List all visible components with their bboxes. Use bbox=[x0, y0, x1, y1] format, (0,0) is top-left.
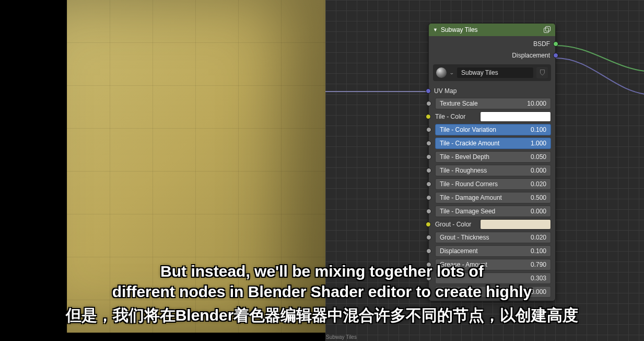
node-title: Subway Tiles bbox=[441, 26, 478, 33]
param-value: 0.100 bbox=[531, 247, 546, 255]
footer-material-name: Subway Tiles bbox=[326, 334, 357, 340]
param-label: Grease - Amount bbox=[440, 261, 487, 268]
param-label: Tile - Color Variation bbox=[440, 126, 496, 133]
bsdf-socket[interactable] bbox=[553, 41, 558, 47]
param-tile-crackle-amount: Tile - Crackle Amount 1.000 bbox=[429, 137, 555, 150]
tile-roughness-field[interactable]: Tile - Roughness 0.000 bbox=[435, 165, 551, 176]
param-value: 1.000 bbox=[531, 140, 546, 147]
param-label: Grout - Color bbox=[435, 221, 476, 228]
grease-amount-field[interactable]: Grease - Amount 0.790 bbox=[435, 259, 551, 270]
chevron-down-icon[interactable]: ⌄ bbox=[449, 70, 454, 75]
param-value: 0.303 bbox=[531, 275, 546, 282]
node-wire-input bbox=[325, 89, 428, 94]
param-displacement: Displacement 0.100 bbox=[429, 244, 555, 258]
grout-thickness-field[interactable]: Grout - Thickness 0.020 bbox=[435, 232, 551, 243]
tile-round-corners-socket[interactable] bbox=[426, 181, 431, 187]
output-bsdf-label: BSDF bbox=[533, 40, 550, 48]
tile-damage-seed-field[interactable]: Tile - Damage Seed 0.000 bbox=[435, 206, 551, 217]
param-label: Tile - Roughness bbox=[440, 167, 487, 174]
param-tile-roughness: Tile - Roughness 0.000 bbox=[429, 164, 555, 177]
mud-amount-socket[interactable] bbox=[426, 289, 431, 294]
obscured-field-1[interactable]: 0.303 bbox=[435, 272, 551, 284]
param-tile-damage-seed: Tile - Damage Seed 0.000 bbox=[429, 204, 555, 218]
material-preview-plane[interactable] bbox=[67, 0, 325, 333]
node-body: BSDF Displacement ⌄ Subway Tiles ⛉ UV Ma… bbox=[429, 36, 555, 301]
tile-bevel-depth-field[interactable]: Tile - Bevel Depth 0.050 bbox=[435, 151, 551, 163]
param-value: 10.000 bbox=[527, 100, 546, 107]
tile-color-socket[interactable] bbox=[426, 114, 431, 119]
duplicate-icon[interactable] bbox=[544, 26, 551, 33]
shield-icon[interactable]: ⛉ bbox=[536, 67, 548, 78]
param-label: Mud Amount bbox=[440, 288, 475, 295]
grout-color-swatch[interactable] bbox=[480, 219, 551, 230]
param-value: 0.000 bbox=[531, 167, 546, 174]
tile-roughness-socket[interactable] bbox=[426, 168, 431, 173]
param-value: 0.000 bbox=[531, 288, 546, 295]
displacement-field[interactable]: Displacement 0.100 bbox=[435, 245, 551, 257]
param-label: Texture Scale bbox=[440, 100, 478, 107]
displacement-input-socket[interactable] bbox=[426, 248, 431, 254]
grease-amount-socket[interactable] bbox=[426, 262, 431, 267]
param-value: 0.500 bbox=[531, 194, 546, 201]
material-sphere-icon bbox=[436, 67, 447, 78]
input-uvmap-row: UV Map bbox=[429, 85, 555, 97]
material-selector[interactable]: ⌄ Subway Tiles ⛉ bbox=[433, 64, 551, 81]
3d-viewport[interactable]: y z bbox=[0, 0, 325, 341]
param-label: Displacement bbox=[440, 247, 478, 255]
param-grout-color: Grout - Color bbox=[429, 218, 555, 231]
param-label: Grout - Thickness bbox=[440, 234, 489, 241]
mud-amount-field[interactable]: Mud Amount 0.000 bbox=[435, 286, 551, 298]
param-grout-thickness: Grout - Thickness 0.020 bbox=[429, 231, 555, 244]
param-value: 0.000 bbox=[531, 208, 546, 215]
tile-round-corners-field[interactable]: Tile - Round Corners 0.020 bbox=[435, 178, 551, 190]
param-grease-amount: Grease - Amount 0.790 bbox=[429, 258, 555, 271]
output-displacement-row: Displacement bbox=[429, 50, 555, 61]
param-value: 0.100 bbox=[531, 126, 546, 133]
param-obscured-1: 0.303 bbox=[429, 271, 555, 285]
tile-damage-seed-socket[interactable] bbox=[426, 209, 431, 214]
tile-color-swatch[interactable] bbox=[480, 111, 551, 122]
node-wire-bsdf bbox=[556, 43, 644, 74]
collapse-icon[interactable]: ▼ bbox=[433, 27, 438, 32]
tile-color-variation-field[interactable]: Tile - Color Variation 0.100 bbox=[435, 124, 551, 135]
param-label: Tile - Bevel Depth bbox=[440, 153, 489, 161]
param-label: Tile - Damage Amount bbox=[440, 194, 502, 201]
param-label: Tile - Round Corners bbox=[440, 180, 498, 188]
param-value: 0.050 bbox=[531, 153, 546, 161]
workspace: y z ▼ Subway Tiles BSDF bbox=[0, 0, 644, 341]
param-label: Tile - Damage Seed bbox=[440, 208, 495, 215]
tile-damage-amount-field[interactable]: Tile - Damage Amount 0.500 bbox=[435, 192, 551, 203]
param-tile-color-variation: Tile - Color Variation 0.100 bbox=[429, 123, 555, 137]
output-bsdf-row: BSDF bbox=[429, 38, 555, 50]
node-wire-displacement bbox=[556, 55, 644, 97]
texture-scale-socket[interactable] bbox=[426, 101, 431, 106]
input-uvmap-label: UV Map bbox=[434, 87, 456, 95]
param-tile-color: Tile - Color bbox=[429, 110, 555, 123]
tile-color-variation-socket[interactable] bbox=[426, 127, 431, 132]
uvmap-socket[interactable] bbox=[426, 88, 431, 94]
param-tile-round-corners: Tile - Round Corners 0.020 bbox=[429, 177, 555, 191]
obscured-socket-1[interactable] bbox=[426, 276, 431, 281]
param-tile-damage-amount: Tile - Damage Amount 0.500 bbox=[429, 191, 555, 204]
param-value: 0.020 bbox=[531, 180, 546, 188]
param-mud-amount: Mud Amount 0.000 bbox=[429, 285, 555, 299]
tile-crackle-amount-socket[interactable] bbox=[426, 141, 431, 146]
subway-tiles-node[interactable]: ▼ Subway Tiles BSDF Displacement ⌄ Su bbox=[428, 23, 556, 301]
shader-node-editor[interactable]: ▼ Subway Tiles BSDF Displacement ⌄ Su bbox=[325, 0, 644, 341]
grout-color-socket[interactable] bbox=[426, 222, 431, 227]
material-name-field[interactable]: Subway Tiles bbox=[457, 67, 533, 78]
tile-bevel-depth-socket[interactable] bbox=[426, 154, 431, 160]
displacement-socket[interactable] bbox=[553, 53, 558, 58]
output-displacement-label: Displacement bbox=[512, 52, 550, 59]
tile-damage-amount-socket[interactable] bbox=[426, 195, 431, 200]
param-label: Tile - Color bbox=[435, 113, 476, 120]
param-value: 0.020 bbox=[531, 234, 546, 241]
texture-scale-field[interactable]: Texture Scale 10.000 bbox=[435, 98, 551, 109]
param-label: Tile - Crackle Amount bbox=[440, 140, 499, 147]
grout-thickness-socket[interactable] bbox=[426, 235, 431, 240]
param-tile-bevel-depth: Tile - Bevel Depth 0.050 bbox=[429, 150, 555, 164]
param-value: 0.790 bbox=[531, 261, 546, 268]
param-texture-scale: Texture Scale 10.000 bbox=[429, 97, 555, 110]
tile-crackle-amount-field[interactable]: Tile - Crackle Amount 1.000 bbox=[435, 138, 551, 149]
node-header[interactable]: ▼ Subway Tiles bbox=[429, 24, 555, 36]
